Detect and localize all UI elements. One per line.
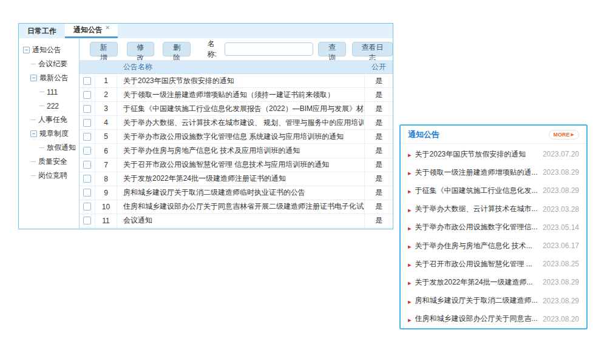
announcement-name[interactable]: 关于召开市政公用设施智慧化管理 信息技术与应用培训班的通知 [117, 158, 365, 172]
tree-node[interactable]: 人事任免 [19, 113, 79, 127]
row-checkbox[interactable] [83, 133, 91, 141]
tree-expand-icon[interactable] [23, 47, 30, 53]
notice-list-item[interactable]: 于征集《中国建筑施工行业信息化发... 2023.08.29 [408, 181, 579, 200]
tree-node[interactable]: 222 [19, 99, 79, 113]
notice-list-item[interactable]: 关于举办市政公用设施数字化管理信... 2023.05.14 [408, 218, 579, 237]
row-checkbox[interactable] [83, 119, 91, 127]
table-row[interactable]: 3 于征集《中国建筑施工行业信息化发展报告（2022）—BIM应用与发展》材料的… [80, 102, 393, 116]
notice-date: 2023.07.20 [543, 150, 579, 158]
tree-node-label: 222 [47, 102, 59, 110]
more-button[interactable]: MORE ▶ [549, 130, 579, 140]
table-row[interactable]: 1 关于2023年国庆节放假安排的通知 是 [80, 74, 393, 88]
tree-node[interactable]: 规章制度 [19, 127, 79, 141]
delete-button[interactable]: 删除 [163, 42, 191, 56]
header-public-cell: 公开 [365, 60, 393, 73]
tree-node-label: 通知公告 [32, 45, 61, 55]
table-row[interactable]: 2 关于领取一级注册建造师增项贴的通知（须持一建证书前来领取） 是 [80, 88, 393, 102]
announcement-name[interactable]: 关于领取一级注册建造师增项贴的通知（须持一建证书前来领取） [117, 88, 365, 101]
table-row[interactable]: 7 关于召开市政公用设施智慧化管理 信息技术与应用培训班的通知 是 [80, 158, 393, 172]
row-checkbox[interactable] [83, 161, 91, 169]
announcement-name[interactable]: 于征集《中国建筑施工行业信息化发展报告（2022）—BIM应用与发展》材料的函 [117, 102, 365, 115]
panel-body: 通知公告 会议纪要 最新公告 111 [19, 38, 393, 229]
tree-node[interactable]: 放假通知 [19, 141, 79, 155]
notice-list-item[interactable]: 住房和城乡建设部办公厅关于同意吉... 2023.08.20 [408, 310, 579, 328]
checkbox-cell [80, 74, 95, 87]
notice-list-item[interactable]: 关于举办住房与房地产信息化 技术... 2023.06.17 [408, 237, 579, 255]
table-row[interactable]: 6 关于举办住房与房地产信息化 技术及应用培训班的通知 是 [80, 144, 393, 158]
announcement-name[interactable]: 房和城乡建设厅关于取消二级建造师临时执业证书的公告 [117, 186, 365, 200]
add-button[interactable]: 新增 [90, 42, 118, 56]
announcement-name[interactable]: 会议通知 [117, 214, 365, 228]
notice-title[interactable]: 关于发放2022年第24批一级建造师... [415, 277, 538, 288]
announcement-name[interactable]: 关于举办住房与房地产信息化 技术及应用培训班的通知 [117, 144, 365, 157]
search-button[interactable]: 查询 [318, 42, 346, 56]
tab-daily-work[interactable]: 日常工作 [19, 24, 65, 38]
row-checkbox[interactable] [83, 105, 91, 113]
table-row[interactable]: 11 会议通知 是 [80, 214, 393, 228]
tree-node[interactable]: 111 [19, 85, 79, 99]
category-tree: 通知公告 会议纪要 最新公告 111 [19, 38, 80, 229]
table-row[interactable]: 10 住房和城乡建设部办公厅关于同意吉林省开展二级建造师注册证书电子化试点的..… [80, 200, 393, 214]
tree-node[interactable]: 会议纪要 [19, 57, 79, 71]
tree-expand-icon[interactable] [30, 172, 36, 179]
public-flag: 是 [365, 130, 393, 143]
tab-notice-announcement[interactable]: 通知公告 × [65, 24, 118, 38]
announcement-name[interactable]: 关于举办大数据、云计算技术在城市建设、 规划、管理与服务中的应用培训班的... [117, 116, 365, 129]
notice-list-item[interactable]: 关于发放2022年第24批一级建造师... 2023.08.29 [408, 273, 579, 291]
close-tab-icon[interactable]: × [106, 24, 109, 31]
tree-node[interactable]: 通知公告 [19, 43, 79, 57]
public-flag: 是 [365, 158, 393, 172]
row-checkbox[interactable] [83, 203, 91, 211]
tree-expand-icon[interactable] [30, 130, 37, 137]
notice-title[interactable]: 于征集《中国建筑施工行业信息化发... [415, 186, 538, 196]
table-row[interactable]: 4 关于举办大数据、云计算技术在城市建设、 规划、管理与服务中的应用培训班的..… [80, 116, 393, 130]
notice-list-item[interactable]: 关于召开市政公用设施智慧化管理 ... 2023.08.25 [408, 255, 579, 273]
tree-node[interactable]: 最新公告 [19, 71, 79, 85]
notice-title[interactable]: 关于领取一级注册建造师增项贴的通... [415, 167, 538, 178]
notice-title[interactable]: 关于召开市政公用设施智慧化管理 ... [415, 259, 538, 269]
announcement-name[interactable]: 关于2023年国庆节放假安排的通知 [117, 74, 365, 87]
header-index-cell [95, 60, 117, 73]
notice-list-item[interactable]: 关于领取一级注册建造师增项贴的通... 2023.08.29 [408, 163, 579, 181]
bullet-arrow-icon [408, 204, 415, 215]
row-checkbox[interactable] [83, 175, 91, 183]
tree-expand-icon[interactable] [30, 158, 36, 165]
tree-expand-icon[interactable] [30, 116, 36, 123]
notice-title[interactable]: 关于举办大数据、云计算技术在城市... [415, 204, 538, 214]
tree-expand-icon[interactable] [39, 103, 44, 109]
table-header: 公告名称 公开 [80, 60, 393, 74]
notice-list-item[interactable]: 关于举办大数据、云计算技术在城市... 2023.03.28 [408, 200, 579, 218]
notice-list-item[interactable]: 关于2023年国庆节放假安排的通知 2023.07.20 [408, 145, 579, 163]
checkbox-cell [80, 200, 95, 214]
name-filter-input[interactable] [225, 42, 313, 56]
tree-expand-icon[interactable] [30, 75, 37, 81]
announcement-name[interactable]: 关于发放2022年第24批一级建造师注册证书的通知 [117, 172, 365, 186]
edit-button[interactable]: 修改 [127, 42, 155, 56]
notice-date: 2023.08.29 [543, 278, 579, 286]
table-row[interactable]: 5 关于举办市政公用设施数字化管理信息 系统建设与应用培训班的通知 是 [80, 130, 393, 144]
tree-expand-icon[interactable] [39, 144, 44, 151]
row-checkbox[interactable] [83, 147, 91, 155]
row-checkbox[interactable] [83, 77, 91, 85]
tree-node-label: 岗位竞聘 [38, 170, 67, 181]
notice-title[interactable]: 关于举办住房与房地产信息化 技术... [415, 241, 538, 251]
tree-expand-icon[interactable] [39, 89, 44, 95]
notice-date: 2023.08.29 [543, 297, 579, 305]
announcement-name[interactable]: 住房和城乡建设部办公厅关于同意吉林省开展二级建造师注册证书电子化试点的... [117, 200, 365, 214]
table-row[interactable]: 8 关于发放2022年第24批一级建造师注册证书的通知 是 [80, 172, 393, 186]
table-row[interactable]: 9 房和城乡建设厅关于取消二级建造师临时执业证书的公告 是 [80, 186, 393, 200]
tree-node[interactable]: 岗位竞聘 [19, 169, 79, 183]
notice-title[interactable]: 关于举办市政公用设施数字化管理信... [415, 222, 538, 232]
notice-title[interactable]: 住房和城乡建设部办公厅关于同意吉... [415, 314, 538, 324]
row-checkbox[interactable] [83, 189, 91, 197]
notice-list-item[interactable]: 房和城乡建设厅关于取消二级建造师... 2023.08.29 [408, 292, 579, 310]
tree-node[interactable]: 质量安全 [19, 155, 79, 169]
tree-expand-icon[interactable] [30, 61, 36, 67]
view-log-button[interactable]: 查看日志 [352, 42, 393, 56]
row-checkbox[interactable] [83, 91, 91, 99]
checkbox-cell [80, 172, 95, 186]
row-checkbox[interactable] [83, 217, 91, 224]
notice-title[interactable]: 房和城乡建设厅关于取消二级建造师... [415, 295, 538, 306]
announcement-name[interactable]: 关于举办市政公用设施数字化管理信息 系统建设与应用培训班的通知 [117, 130, 365, 143]
notice-title[interactable]: 关于2023年国庆节放假安排的通知 [415, 149, 538, 160]
